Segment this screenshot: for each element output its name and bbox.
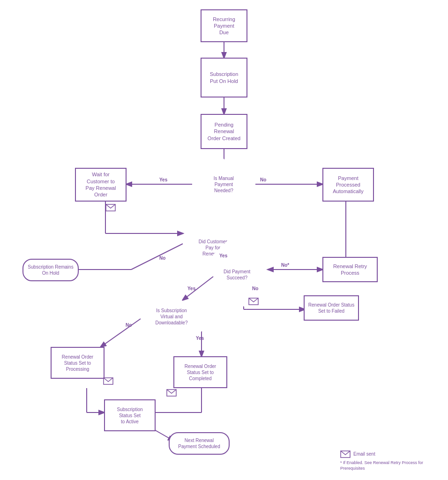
- legend: Email sent * If Enabled. See Renewal Ret…: [340, 450, 434, 472]
- is-virtual-diamond: Is Subscription Virtual and Downloadable…: [136, 281, 208, 352]
- subscription-hold2-node: Subscription Remains On Hold: [22, 259, 79, 281]
- label-yes-payment: Yes: [187, 286, 195, 291]
- label-no-manual: No: [260, 177, 266, 182]
- payment-auto-node: Payment Processed Automatically: [322, 168, 374, 202]
- is-manual-diamond: Is Manual Payment Needed?: [189, 150, 258, 218]
- legend-email-icon: [340, 450, 351, 458]
- recurring-payment-node: Recurring Payment Due: [201, 9, 247, 42]
- renewal-order-completed-node: Renewal Order Status Set to Completed: [173, 356, 227, 388]
- label-no-virtual: No: [126, 322, 132, 328]
- email-icon-3: [103, 377, 113, 385]
- svg-line-9: [131, 244, 183, 270]
- did-payment-succeed-label: Did Payment Succeed?: [224, 269, 250, 281]
- legend-email-row: Email sent: [340, 450, 434, 458]
- renewal-order-failed-node: Renewal Order Status Set to Failed: [304, 295, 359, 321]
- svg-line-16: [101, 319, 141, 347]
- email-icon-4: [166, 389, 177, 397]
- is-virtual-label: Is Subscription Virtual and Downloadable…: [156, 307, 188, 325]
- legend-email-label: Email sent: [353, 451, 375, 457]
- label-no-customer-pay: No: [159, 255, 165, 261]
- renewal-retry-node: Renewal Retry Process: [322, 257, 378, 282]
- flowchart-diagram: Recurring Payment Due Subscription Put O…: [0, 0, 448, 480]
- renewal-order-processing-node: Renewal Order Status Set to Processing: [51, 347, 105, 379]
- next-renewal-node: Next Renewal Payment Scheduled: [169, 432, 230, 455]
- wait-customer-node: Wait for Customer to Pay Renewal Order: [75, 168, 127, 202]
- label-yes-manual: Yes: [159, 177, 167, 182]
- legend-footnote: * If Enabled. See Renewal Retry Process …: [340, 460, 434, 472]
- is-manual-label: Is Manual Payment Needed?: [214, 175, 234, 193]
- label-yes-customer-pay: Yes: [219, 253, 227, 258]
- email-icon-1: [105, 204, 116, 211]
- email-icon-2: [248, 298, 259, 305]
- label-no-star-payment: No*: [281, 262, 289, 268]
- label-yes-virtual: Yes: [196, 336, 204, 341]
- subscription-hold-node: Subscription Put On Hold: [201, 58, 247, 98]
- subscription-active-node: Subscription Status Set to Active: [104, 399, 156, 431]
- label-no-payment: No: [252, 286, 258, 291]
- pending-renewal-node: Pending Renewal Order Created: [201, 114, 247, 149]
